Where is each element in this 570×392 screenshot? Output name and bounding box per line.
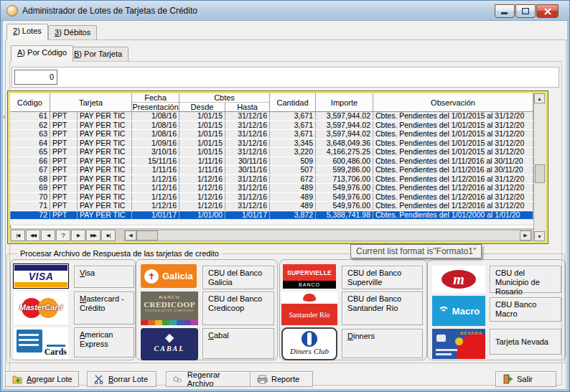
minimize-button[interactable] [495,4,515,18]
maximize-button[interactable] [515,4,536,18]
cbu-credicoop-label: CBU del Banco Credicoop [208,294,262,312]
horizontal-scrollbar[interactable]: ◀ ▶ [124,230,532,241]
dinners-button-label: inners [353,332,375,340]
tab-por-codigo[interactable]: A) Por Código [11,45,73,62]
nav-prev-button[interactable]: ◀ [41,230,55,241]
header-cantidad[interactable]: Cantidad [270,93,316,111]
maximize-icon [522,8,529,14]
table-row[interactable]: 64PPTPAY PER TIC1/09/161/01/1531/12/163,… [10,139,533,149]
visa-button[interactable]: Visa [74,266,134,288]
salir-button[interactable]: Salir [495,371,556,387]
horizontal-scroll-thumb[interactable] [136,230,158,241]
table-row[interactable]: 69PPTPAY PER TIC1/12/161/12/1631/12/1648… [10,184,533,193]
tab-lotes[interactable]: 2) Lotes [6,24,48,40]
vertical-scroll-track[interactable] [534,103,546,231]
close-button[interactable] [536,4,559,18]
cell-fecha: 1/11/16 [132,166,179,174]
table-row[interactable]: 62PPTPAY PER TIC1/08/161/01/1531/12/163,… [10,121,533,131]
scroll-left-icon[interactable]: ◀ [125,230,136,241]
grid-main: Código Tarjeta Fecha Presentación Cbtes … [10,93,533,241]
cbu-galicia-button[interactable]: CBU del Banco Galicia [202,266,274,289]
agregar-lote-button[interactable]: Agregar Lote [5,371,79,387]
header-codigo[interactable]: Código [10,93,50,111]
cell-fecha: 1/12/16 [132,175,179,184]
cell-desde: 1/11/16 [179,166,225,174]
banco-supervielle-logo: SUPERVIELLE BANCO [283,264,336,289]
nav-search-button[interactable]: ? [56,230,70,241]
cell-importe: 3,597,944.02 [316,121,373,130]
cabal-button[interactable]: Cabal [202,328,274,359]
dinners-button[interactable]: Dinners [342,329,423,358]
cell-hasta: 31/12/16 [225,130,270,139]
tarjeta-nevada-button[interactable]: Tarjeta Nevada [490,329,561,355]
cell-tarjeta: PAY PER TIC [78,157,132,166]
mastercard-button[interactable]: Mastercard - Crédito [74,291,134,325]
supervielle-text-name: SUPERVIELLE [283,264,336,281]
header-importe[interactable]: Importe [316,93,373,111]
tab-por-codigo-label: ) Por Código [22,48,67,57]
nav-next-button[interactable]: ▶ [71,230,85,241]
table-row[interactable]: 71PPTPAY PER TIC1/12/161/12/1631/12/1648… [10,202,533,211]
close-icon [544,8,551,15]
cell-tarjeta: PAY PER TIC [78,184,132,192]
nav-fast-prev-button[interactable]: ◀◀ [26,230,40,241]
table-row[interactable]: 61PPTPAY PER TIC1/08/161/01/1531/12/163,… [10,112,533,121]
cell-tarjeta: PAY PER TIC [78,193,132,202]
cell-cantidad: 3,671 [270,130,316,139]
filter-strip [11,67,559,88]
cell-fecha: 1/08/16 [132,130,179,139]
tab-debitos[interactable]: 3) Débitos [48,25,97,40]
header-tarjeta[interactable]: Tarjeta [50,93,132,111]
cell-tarjeta: PAY PER TIC [78,130,132,139]
codigo-filter-input[interactable]: 0 [14,70,57,85]
nav-last-button[interactable]: ▶| [101,230,116,241]
nav-first-button[interactable]: |◀ [11,230,25,241]
vertical-scroll-thumb[interactable] [535,164,545,183]
cell-codigo: 71 [10,202,50,210]
title-bar[interactable]: Administrador de Lotes de Tarjetas de Cr… [1,1,569,21]
table-row[interactable]: 67PPTPAY PER TIC1/11/161/11/1630/11/1650… [10,166,533,175]
table-row-selected[interactable]: 72PPTPAY PER TIC1/01/171/01/001/01/173,8… [10,211,533,220]
nav-fast-next-button[interactable]: ▶▶ [86,230,101,241]
scroll-down-icon[interactable]: ▼ [534,231,545,241]
header-cbtes[interactable]: Cbtes Desde Hasta [179,93,270,111]
cell-codigo: 69 [10,184,50,192]
cbu-credicoop-button[interactable]: CBU del Banco Credicoop [202,291,274,325]
header-hasta[interactable]: Hasta [225,103,269,111]
scroll-up-icon[interactable]: ▲ [534,93,545,103]
vertical-scrollbar[interactable]: ▲ ▼ [533,93,546,241]
table-row[interactable]: 68PPTPAY PER TIC1/12/161/12/1631/12/1667… [10,175,533,185]
printer-icon [256,374,268,384]
tarjeta-nevada-label: Tarjeta Nevada [495,337,548,347]
cell-cantidad: 489 [270,184,316,192]
borrar-lote-button[interactable]: Borrar Lote [87,371,156,387]
cell-hasta: 30/11/16 [225,157,270,166]
cbu-santander-rio-button[interactable]: CBU del Banco Santander Rio [342,291,423,325]
scroll-right-icon[interactable]: ▶ [520,230,531,241]
table-row[interactable]: 66PPTPAY PER TIC15/11/161/11/1630/11/165… [10,157,533,167]
cell-fecha: 1/09/16 [132,139,179,148]
cbu-municipio-rosario-button[interactable]: CBU del Municipio de Rosario [490,266,561,293]
tab-por-tarjeta[interactable]: B) Por Tarjeta [67,47,129,62]
reporte-button[interactable]: Reporte [250,371,313,387]
regenerar-archivo-button[interactable]: Regenrar Archivo [166,371,254,387]
header-fecha-presentacion[interactable]: Fecha Presentación [132,93,179,111]
table-row[interactable]: 70PPTPAY PER TIC1/12/161/12/1631/12/1648… [10,193,533,202]
cell-fecha: 15/11/16 [132,157,179,166]
cell-desde: 1/01/15 [179,121,225,130]
header-observacion[interactable]: Observación [373,93,533,111]
cbu-superville-button[interactable]: CBU del Banco Superville [342,266,423,289]
agregar-label: gregar Lote [32,375,72,383]
cell-fecha: 1/01/17 [132,211,179,220]
header-desde[interactable]: Desde [179,103,225,111]
table-row[interactable]: 65PPTPAY PER TIC3/10/161/01/1531/12/163,… [10,148,533,157]
cell-sigla: PPT [50,157,78,166]
cell-hasta: 31/12/16 [225,121,270,130]
scissors-icon [93,374,105,384]
american-express-button[interactable]: American Express [74,327,134,358]
cabal-diamond-icon: ◈ [165,330,174,345]
visa-logo: VISA [14,264,68,288]
table-row[interactable]: 63PPTPAY PER TIC1/08/161/01/1531/12/163,… [10,130,533,139]
cell-tarjeta: PAY PER TIC [78,202,132,210]
cbu-banco-macro-button[interactable]: CBU Banco Macro [490,297,561,322]
